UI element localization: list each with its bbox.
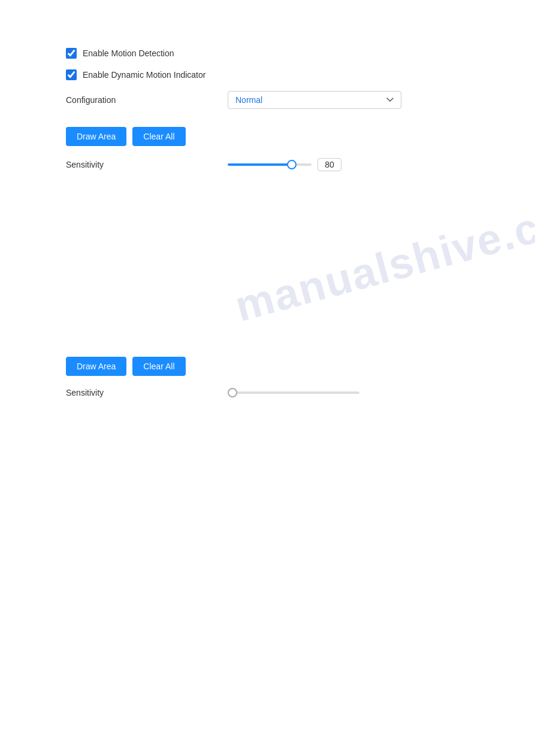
section2-sensitivity-label: Sensitivity [66,388,228,397]
section1-slider-container [228,158,341,171]
enable-dynamic-motion-label[interactable]: Enable Dynamic Motion Indicator [83,70,205,80]
section2-draw-area-button[interactable]: Draw Area [66,357,126,376]
section1-clear-all-button[interactable]: Clear All [132,127,185,146]
section1-sensitivity-row: Sensitivity [66,158,469,171]
section1-sensitivity-slider[interactable] [228,163,312,166]
section2-clear-all-button[interactable]: Clear All [132,357,185,376]
enable-motion-detection-label[interactable]: Enable Motion Detection [83,48,174,58]
section1-sensitivity-label: Sensitivity [66,160,228,169]
enable-motion-detection-checkbox[interactable] [66,48,77,59]
section2-slider-container [228,391,359,394]
section2-sensitivity-row: Sensitivity [66,388,469,397]
configuration-select[interactable]: Normal Advanced [228,91,401,109]
section2-sensitivity-slider[interactable] [228,391,359,394]
section2-button-row: Draw Area Clear All [66,357,469,376]
enable-dynamic-motion-row: Enable Dynamic Motion Indicator [66,69,469,80]
section1-canvas-area [66,189,469,351]
section1-draw-area-button[interactable]: Draw Area [66,127,126,146]
section1-button-row: Draw Area Clear All [66,127,469,146]
section1-sensitivity-input[interactable] [318,158,341,171]
enable-dynamic-motion-checkbox[interactable] [66,69,77,80]
page-container: manualshive.com Enable Motion Detection … [0,0,535,463]
enable-motion-detection-row: Enable Motion Detection [66,48,469,59]
configuration-label: Configuration [66,95,228,105]
configuration-row: Configuration Normal Advanced [66,91,469,109]
